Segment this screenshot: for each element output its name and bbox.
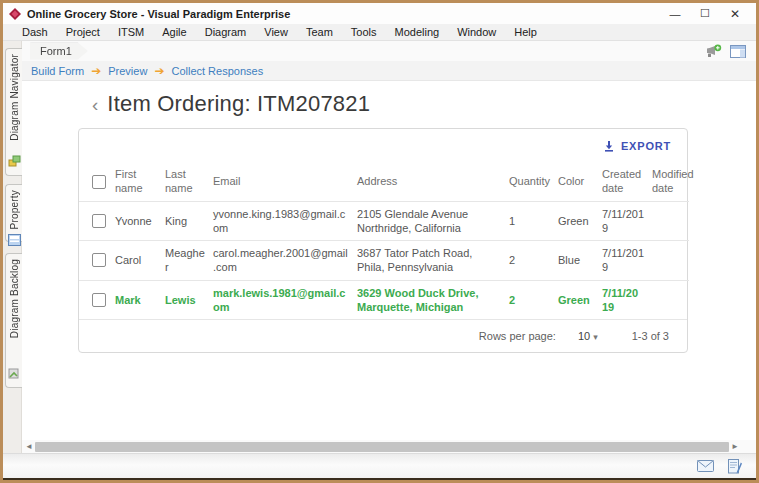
tab-form1[interactable]: Form1 — [30, 43, 88, 60]
table-row[interactable]: Yvonne King yvonne.king.1983@gmail.com 2… — [79, 201, 689, 241]
row-checkbox[interactable] — [92, 253, 106, 267]
sidebar-tab-label: Diagram Navigator — [9, 54, 20, 141]
cell-color: Blue — [558, 241, 602, 281]
cell-address: 2105 Glendale Avenue Northridge, Califor… — [357, 201, 509, 241]
window-title: Online Grocery Store - Visual Paradigm E… — [27, 8, 290, 20]
sidebar-tab-property[interactable]: Property — [5, 184, 22, 242]
breadcrumb-build-form[interactable]: Build Form — [31, 65, 84, 77]
cell-email: mark.lewis.1981@gmail.com — [213, 280, 357, 319]
table-row-selected[interactable]: Mark Lewis mark.lewis.1981@gmail.com 362… — [79, 280, 689, 319]
close-button[interactable]: ✕ — [720, 3, 750, 24]
menu-item-tools[interactable]: Tools — [342, 26, 386, 38]
document-tab-bar: Form1 — [22, 41, 756, 61]
rows-per-page-select[interactable]: 10▾ — [578, 330, 598, 342]
cell-address: 3687 Tator Patch Road, Phila, Pennsylvan… — [357, 241, 509, 281]
diagram-backlog-icon — [8, 365, 21, 383]
main-area: Form1 — [22, 41, 756, 453]
cell-color: Green — [558, 280, 602, 319]
cell-last-name: King — [165, 201, 213, 241]
scrollbar-thumb[interactable] — [35, 442, 729, 452]
menu-item-agile[interactable]: Agile — [153, 26, 195, 38]
download-icon — [603, 140, 615, 152]
cell-last-name: Meagher — [165, 241, 213, 281]
content-area: ‹ Item Ordering: ITM207821 EXPORT — [22, 81, 756, 440]
select-all-checkbox[interactable] — [92, 175, 106, 189]
back-button[interactable]: ‹ — [92, 95, 98, 114]
scroll-right-arrow[interactable]: ► — [731, 442, 739, 451]
cell-first-name: Mark — [115, 280, 165, 319]
cell-modified-date — [652, 201, 689, 241]
minimize-button[interactable]: — — [660, 3, 690, 24]
horizontal-scrollbar: ◄ ► — [22, 440, 756, 453]
table-pagination: Rows per page: 10▾ 1-3 of 3 — [79, 319, 687, 352]
column-header-quantity: Quantity — [509, 163, 558, 201]
menu-bar: Dash Project ITSM Agile Diagram View Tea… — [3, 24, 756, 41]
table-row[interactable]: Carol Meagher carol.meagher.2001@gmail.c… — [79, 241, 689, 281]
breadcrumb-arrow-icon: ➔ — [91, 65, 101, 77]
menu-item-help[interactable]: Help — [505, 26, 546, 38]
column-header-modified-date: Modified date — [652, 163, 689, 201]
mail-icon[interactable] — [697, 460, 714, 472]
cell-created-date: 7/11/2019 — [602, 241, 652, 281]
titlebar: Online Grocery Store - Visual Paradigm E… — [3, 3, 756, 24]
column-header-email: Email — [213, 163, 357, 201]
menu-item-team[interactable]: Team — [297, 26, 342, 38]
cell-address: 3629 Wood Duck Drive, Marquette, Michiga… — [357, 280, 509, 319]
column-header-last-name: Last name — [165, 163, 213, 201]
rows-per-page-value: 10 — [578, 330, 590, 342]
layout-panel-icon[interactable] — [730, 45, 746, 58]
row-checkbox[interactable] — [92, 214, 106, 228]
breadcrumb: Build Form ➔ Preview ➔ Collect Responses — [22, 61, 756, 81]
maximize-button[interactable]: ☐ — [690, 3, 720, 24]
cell-first-name: Yvonne — [115, 201, 165, 241]
breadcrumb-arrow-icon: ➔ — [154, 65, 164, 77]
cell-first-name: Carol — [115, 241, 165, 281]
table-header-row: First name Last name Email Address Quant… — [79, 163, 689, 201]
cell-created-date: 7/11/2019 — [602, 201, 652, 241]
menu-item-diagram[interactable]: Diagram — [196, 26, 256, 38]
cell-created-date: 7/11/2019 — [602, 280, 652, 319]
app-logo-icon — [9, 8, 21, 20]
cell-color: Green — [558, 201, 602, 241]
edit-document-icon[interactable] — [728, 459, 742, 474]
menu-item-project[interactable]: Project — [57, 26, 109, 38]
responses-card: EXPORT First name Last name — [78, 128, 688, 353]
cell-quantity: 2 — [509, 241, 558, 281]
rows-per-page-label: Rows per page: — [479, 330, 556, 342]
menu-item-dash[interactable]: Dash — [13, 26, 57, 38]
column-header-address: Address — [357, 163, 509, 201]
announcements-icon[interactable] — [704, 44, 722, 59]
menu-item-window[interactable]: Window — [448, 26, 505, 38]
cell-email: yvonne.king.1983@gmail.com — [213, 201, 357, 241]
cell-modified-date — [652, 241, 689, 281]
cell-last-name: Lewis — [165, 280, 213, 319]
cell-quantity: 2 — [509, 280, 558, 319]
column-header-color: Color — [558, 163, 602, 201]
app-window: Online Grocery Store - Visual Paradigm E… — [0, 0, 759, 483]
cell-quantity: 1 — [509, 201, 558, 241]
cell-email: carol.meagher.2001@gmail.com — [213, 241, 357, 281]
menu-item-itsm[interactable]: ITSM — [109, 26, 153, 38]
tab-form1-label: Form1 — [40, 45, 72, 57]
sidebar-tab-label: Property — [9, 190, 20, 229]
property-icon — [8, 232, 21, 250]
scroll-left-arrow[interactable]: ◄ — [25, 442, 33, 451]
left-sidebar: Diagram Navigator Property Diagram Backl… — [3, 41, 22, 453]
pagination-range: 1-3 of 3 — [632, 330, 669, 342]
export-button[interactable]: EXPORT — [603, 140, 671, 152]
column-header-first-name: First name — [115, 163, 165, 201]
sidebar-tab-label: Diagram Backlog — [9, 259, 20, 338]
row-checkbox[interactable] — [92, 293, 106, 307]
sidebar-tab-diagram-backlog[interactable]: Diagram Backlog — [5, 253, 22, 388]
sidebar-tab-diagram-navigator[interactable]: Diagram Navigator — [5, 48, 22, 176]
breadcrumb-collect-responses[interactable]: Collect Responses — [171, 65, 263, 77]
cell-modified-date — [652, 280, 689, 319]
status-bar — [3, 453, 756, 478]
chevron-down-icon: ▾ — [593, 332, 598, 342]
diagram-navigator-icon — [8, 153, 21, 171]
page-title: Item Ordering: ITM207821 — [107, 91, 370, 117]
breadcrumb-preview[interactable]: Preview — [108, 65, 147, 77]
menu-item-modeling[interactable]: Modeling — [386, 26, 449, 38]
menu-item-view[interactable]: View — [255, 26, 297, 38]
responses-table: First name Last name Email Address Quant… — [79, 163, 689, 319]
